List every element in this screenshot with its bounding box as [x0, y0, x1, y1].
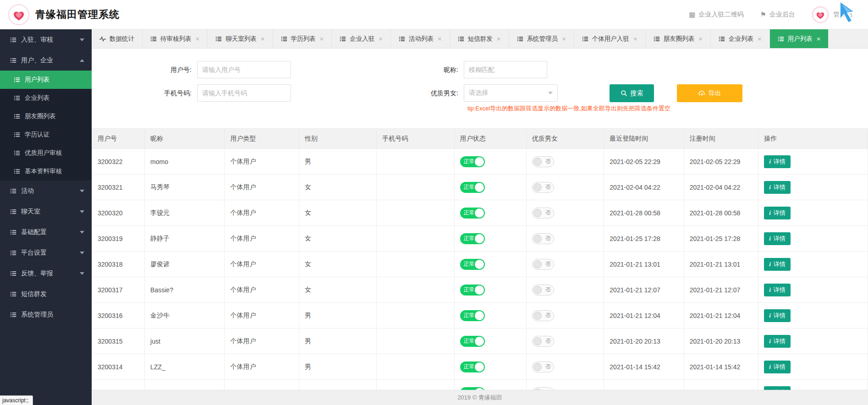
user-id-input[interactable] — [197, 61, 291, 78]
sidebar-item-activity[interactable]: 活动 — [0, 181, 92, 201]
quality-toggle[interactable]: 否 — [532, 259, 554, 270]
status-toggle[interactable]: 正常 — [460, 259, 485, 270]
list-icon — [14, 95, 20, 101]
detail-button[interactable]: i详情 — [764, 386, 791, 390]
cell-reg-time: 2021-01-21 12:07 — [684, 277, 758, 303]
cell-last-login: 2021-01-14 15:42 — [604, 354, 684, 380]
close-icon[interactable]: × — [698, 35, 703, 42]
status-toggle[interactable]: 正常 — [460, 336, 485, 347]
status-toggle[interactable]: 正常 — [460, 310, 485, 321]
nickname-input[interactable] — [464, 61, 547, 78]
close-icon[interactable]: × — [758, 35, 762, 42]
sidebar-sub-quality-user-review[interactable]: 优质用户审核 — [0, 144, 92, 162]
status-toggle[interactable]: 正常 — [460, 361, 485, 372]
list-icon — [778, 36, 784, 42]
close-icon[interactable]: × — [261, 35, 265, 42]
sidebar-item-label: 基础配置 — [21, 228, 47, 236]
toggle-label: 否 — [545, 312, 551, 319]
quality-toggle[interactable]: 否 — [532, 361, 554, 372]
sidebar-item-user-enterprise[interactable]: 用户、企业 — [0, 50, 92, 71]
enterprise-backend-link[interactable]: ⚑ 企业后台 — [760, 11, 795, 19]
status-toggle[interactable]: 正常 — [460, 208, 485, 219]
cell-phone — [377, 252, 454, 277]
quality-gender-select[interactable]: 请选择 — [464, 84, 558, 102]
sidebar-sub-user-list[interactable]: 用户列表 — [0, 71, 92, 89]
cell-last-login: 2021-01-21 13:01 — [604, 252, 684, 277]
close-icon[interactable]: × — [379, 35, 383, 42]
close-icon[interactable]: × — [196, 35, 200, 42]
tab-user-list[interactable]: 用户列表 × — [770, 29, 829, 48]
detail-button[interactable]: i详情 — [764, 361, 791, 373]
sidebar-sub-profile-review[interactable]: 基本资料审核 — [0, 162, 92, 181]
detail-button[interactable]: i详情 — [764, 232, 791, 245]
toggle-knob — [533, 337, 542, 345]
quality-toggle[interactable]: 否 — [532, 336, 554, 347]
detail-button[interactable]: i详情 — [764, 207, 791, 219]
tab-sms-broadcast[interactable]: 短信群发 × — [450, 29, 509, 48]
quality-toggle[interactable]: 否 — [532, 285, 554, 296]
tab-individual-user-join[interactable]: 个体用户入驻 × — [574, 29, 646, 48]
close-icon[interactable]: × — [562, 35, 566, 42]
admin-user-menu[interactable]: 管理员 — [812, 6, 852, 23]
sidebar-item-basic-config[interactable]: 基础配置 — [0, 222, 92, 242]
tab-education-list[interactable]: 学历列表 × — [273, 29, 332, 48]
sidebar-item-system-admin[interactable]: 系统管理员 — [0, 304, 92, 325]
status-toggle[interactable]: 正常 — [460, 182, 485, 193]
sidebar-item-label: 聊天室 — [21, 208, 40, 216]
phone-input[interactable] — [197, 84, 291, 102]
search-button[interactable]: 搜索 — [610, 84, 654, 102]
tab-data-statistics[interactable]: 数据统计 — [92, 29, 143, 48]
status-toggle[interactable]: 正常 — [460, 233, 485, 244]
tab-moments-list[interactable]: 朋友圈列表 × — [646, 29, 711, 48]
sidebar-item-platform-settings[interactable]: 平台设置 — [0, 242, 92, 263]
sidebar-sub-enterprise-list[interactable]: 企业列表 — [0, 89, 92, 107]
sidebar-item-feedback-report[interactable]: 反馈、举报 — [0, 263, 92, 284]
sidebar-sub-education-cert[interactable]: 学历认证 — [0, 126, 92, 144]
tab-system-admin[interactable]: 系统管理员 × — [509, 29, 574, 48]
chevron-down-icon — [548, 92, 553, 94]
detail-button[interactable]: i详情 — [764, 335, 791, 348]
list-icon — [719, 36, 725, 42]
tab-pending-review-list[interactable]: 待审核列表 × — [143, 29, 208, 48]
cell-user-type: 个体用户 — [225, 303, 299, 328]
detail-button[interactable]: i详情 — [764, 284, 791, 296]
tab-enterprise-list[interactable]: 企业列表 × — [711, 29, 770, 48]
close-icon[interactable]: × — [497, 35, 501, 42]
detail-button[interactable]: i详情 — [764, 181, 791, 194]
tab-chatroom-list[interactable]: 聊天室列表 × — [208, 29, 273, 48]
detail-button[interactable]: i详情 — [764, 309, 791, 322]
tab-enterprise-join[interactable]: 企业入驻 × — [332, 29, 391, 48]
sidebar-sub-moments-list[interactable]: 朋友圈列表 — [0, 107, 92, 126]
user-table: 用户号 昵称 用户类型 性别 手机号码 用户状态 优质男女 最近登陆时间 注册时… — [92, 128, 868, 390]
list-icon — [10, 208, 16, 215]
admin-label: 管理员 — [833, 11, 852, 19]
close-icon[interactable]: × — [438, 35, 442, 42]
detail-button[interactable]: i详情 — [764, 155, 791, 168]
close-icon[interactable]: × — [633, 35, 637, 42]
cell-reg-time: 2021-01-21 12:04 — [684, 303, 758, 328]
cell-user-type: 个体用户 — [225, 226, 299, 252]
close-icon[interactable]: × — [320, 35, 324, 42]
sidebar-item-sms-broadcast[interactable]: 短信群发 — [0, 284, 92, 304]
cell-gender: 男 — [299, 328, 377, 354]
detail-button[interactable]: i详情 — [764, 258, 791, 271]
close-icon[interactable]: × — [817, 35, 821, 42]
sidebar-item-join-review[interactable]: 入驻、审核 — [0, 29, 92, 50]
quality-toggle[interactable]: 否 — [532, 233, 554, 244]
quality-toggle[interactable]: 否 — [532, 208, 554, 219]
quality-toggle[interactable]: 否 — [532, 156, 554, 167]
quality-toggle[interactable]: 否 — [532, 182, 554, 193]
status-toggle[interactable]: 正常 — [460, 156, 485, 167]
toggle-knob — [475, 183, 484, 192]
sidebar-item-label: 入驻、审核 — [21, 36, 53, 44]
quality-toggle[interactable]: 否 — [532, 310, 554, 321]
tab-activity-list[interactable]: 活动列表 × — [391, 29, 450, 48]
list-icon — [14, 77, 20, 83]
status-toggle[interactable]: 正常 — [460, 285, 485, 296]
toggle-knob — [533, 260, 542, 268]
enterprise-qr-link[interactable]: ▦ 企业入驻二维码 — [689, 11, 743, 19]
avatar[interactable] — [812, 6, 829, 23]
sidebar-item-chatroom[interactable]: 聊天室 — [0, 201, 92, 222]
export-button[interactable]: 导出 — [677, 84, 742, 102]
cell-status: 正常 — [454, 354, 526, 380]
